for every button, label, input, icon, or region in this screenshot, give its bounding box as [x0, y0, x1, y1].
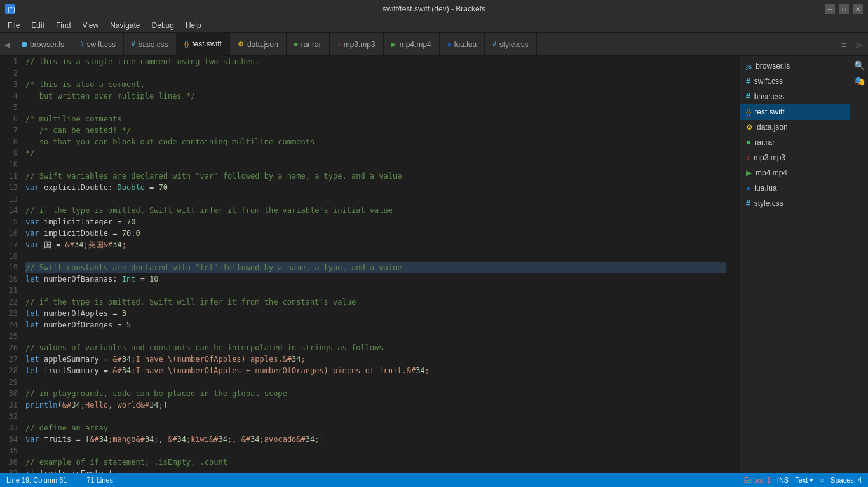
tab-overflow-button[interactable]: ≡ — [837, 38, 850, 51]
line-number-36: 36 — [5, 456, 18, 468]
minimize-button[interactable]: ─ — [825, 4, 835, 14]
line-number-7: 7 — [5, 125, 18, 136]
status-line-col: Line 19, Column 61 — [6, 476, 67, 484]
window-controls: ─ □ ✕ — [825, 4, 863, 14]
menu-edit[interactable]: Edit — [26, 20, 50, 31]
line-number-15: 15 — [5, 216, 18, 228]
tab-icon-rar-rar: ■ — [294, 41, 298, 48]
code-line-6: /* multiline comments — [25, 113, 726, 125]
title-bar: {"} swift/test.swift (dev) - Brackets ─ … — [0, 0, 868, 18]
sidebar-item-browser-ls[interactable]: js browser.ls — [740, 58, 850, 74]
tab-bar-end: ≡ ▷ — [837, 33, 868, 55]
tab-expand-button[interactable]: ▷ — [853, 38, 865, 51]
tab-icon-test-swift: {} — [184, 40, 189, 48]
sidebar-item-base-css[interactable]: # base.css — [740, 89, 850, 104]
app-icon: {"} — [5, 4, 15, 14]
line-number-28: 28 — [5, 365, 18, 376]
tab-test-swift[interactable]: {} test.swift — [177, 33, 230, 55]
tab-lua-lua[interactable]: ● lua.lua — [440, 33, 485, 55]
status-errors: Errors: 1 — [744, 476, 771, 484]
code-line-18 — [25, 250, 726, 262]
code-line-3: /* this is also a comment, — [25, 79, 726, 90]
sidebar-label-swift-css: swift.css — [754, 77, 783, 86]
sidebar-item-test-swift[interactable]: {} test.swift — [740, 104, 850, 120]
sidebar-item-lua-lua[interactable]: ● lua.lua — [740, 181, 850, 196]
menu-debug[interactable]: Debug — [147, 20, 179, 31]
sidebar-label-mp3-mp3: mp3.mp3 — [754, 153, 785, 162]
code-area: 1234567891011121314151617181920212223242… — [0, 56, 739, 473]
sidebar-item-mp3-mp3[interactable]: ♪ mp3.mp3 — [740, 150, 850, 165]
line-number-27: 27 — [5, 353, 18, 365]
sidebar-label-mp4-mp4: mp4.mp4 — [756, 168, 787, 177]
sidebar-icon-test-swift: {} — [746, 107, 751, 116]
line-number-3: 3 — [5, 79, 18, 90]
sidebar-item-mp4-mp4[interactable]: ▶ mp4.mp4 — [740, 165, 850, 181]
menu-find[interactable]: Find — [51, 20, 76, 31]
tab-icon-mp3-mp3: ♪ — [337, 41, 341, 48]
sidebar-item-rar-rar[interactable]: ■ rar.rar — [740, 135, 850, 150]
tab-nav-left[interactable]: ◀ — [0, 33, 14, 55]
menu-help[interactable]: Help — [180, 20, 207, 31]
code-line-33: // define an array — [25, 422, 726, 434]
tab-label-swift-css: swift.css — [87, 40, 116, 49]
code-line-2 — [25, 67, 726, 79]
sidebar-item-style-css[interactable]: # style.css — [740, 196, 850, 211]
code-line-31: println(&#34;Hello, world&#34;) — [25, 399, 726, 411]
line-number-37: 37 — [5, 468, 18, 473]
sidebar-icon-rar-rar: ■ — [746, 138, 750, 147]
editor-container[interactable]: 1234567891011121314151617181920212223242… — [0, 56, 739, 473]
sidebar-label-style-css: style.css — [754, 199, 783, 208]
line-number-4: 4 — [5, 90, 18, 102]
sidebar-icon-mp3-mp3: ♪ — [746, 153, 750, 162]
tab-swift-css[interactable]: # swift.css — [72, 33, 124, 55]
code-line-24: let numberOfOranges = 5 — [25, 319, 726, 331]
menu-navigate[interactable]: Navigate — [105, 20, 145, 31]
status-bar: Line 19, Column 61 — 71 Lines Errors: 1 … — [0, 473, 868, 487]
sidebar-item-swift-css[interactable]: # swift.css — [740, 74, 850, 89]
code-line-23: let numberOfApples = 3 — [25, 308, 726, 319]
tab-mp3-mp3[interactable]: ♪ mp3.mp3 — [330, 33, 384, 55]
line-number-24: 24 — [5, 319, 18, 331]
tab-bar: ◀ browser.ls # swift.css # base.css {} t… — [0, 33, 868, 56]
sidebar-icon-swift-css: # — [746, 77, 750, 86]
code-line-16: var implicitDouble = 70.0 — [25, 228, 726, 239]
close-button[interactable]: ✕ — [853, 4, 863, 14]
code-line-37: if fruits.isEmpty { — [25, 468, 726, 473]
tab-label-browser-ls: browser.ls — [30, 40, 64, 49]
code-line-8: so that you can block out code containin… — [25, 136, 726, 147]
menu-bar: File Edit Find View Navigate Debug Help — [0, 18, 868, 33]
tab-mp4-mp4[interactable]: ▶ mp4.mp4 — [384, 33, 440, 55]
menu-file[interactable]: File — [3, 20, 25, 31]
maximize-button[interactable]: □ — [839, 4, 849, 14]
status-spaces: Spaces: 4 — [831, 476, 862, 484]
line-number-31: 31 — [5, 399, 18, 411]
code-line-5 — [25, 102, 726, 113]
line-number-9: 9 — [5, 147, 18, 159]
panel-search-icon[interactable]: 🔍 — [852, 58, 866, 72]
line-number-5: 5 — [5, 102, 18, 113]
sidebar-item-data-json[interactable]: ⚙ data.json — [740, 120, 850, 135]
line-number-11: 11 — [5, 170, 18, 182]
tab-data-json[interactable]: ⚙ data.json — [230, 33, 287, 55]
code-line-25 — [25, 331, 726, 342]
line-number-18: 18 — [5, 250, 18, 262]
sidebar-icon-lua-lua: ● — [746, 184, 750, 193]
status-syntax[interactable]: Text ▾ — [795, 476, 813, 484]
sidebar-label-lua-lua: lua.lua — [754, 184, 776, 193]
code-line-35 — [25, 445, 726, 456]
menu-view[interactable]: View — [77, 20, 104, 31]
tab-base-css[interactable]: # base.css — [124, 33, 177, 55]
code-content[interactable]: // this is a single line comment using t… — [25, 56, 739, 473]
line-number-20: 20 — [5, 273, 18, 285]
sidebar-label-base-css: base.css — [754, 92, 784, 101]
tab-rar-rar[interactable]: ■ rar.rar — [287, 33, 330, 55]
tab-style-css[interactable]: # style.css — [485, 33, 537, 55]
code-line-12: var explicitDouble: Double = 70 — [25, 182, 726, 193]
panel-mask-icon[interactable]: 🎭 — [852, 74, 866, 88]
line-number-30: 30 — [5, 388, 18, 399]
code-line-10 — [25, 159, 726, 170]
line-number-26: 26 — [5, 342, 18, 353]
tab-browser-ls[interactable]: browser.ls — [14, 33, 72, 55]
code-line-21 — [25, 285, 726, 296]
code-line-13 — [25, 193, 726, 205]
